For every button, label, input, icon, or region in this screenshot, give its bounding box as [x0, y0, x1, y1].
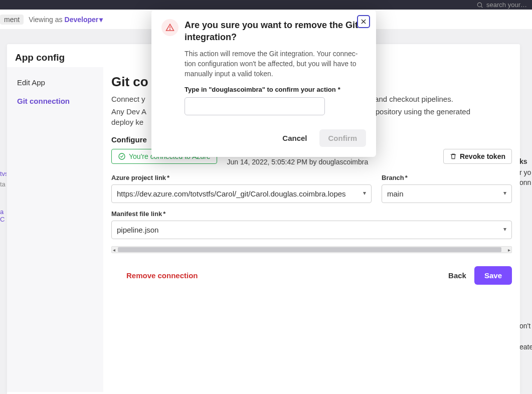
app-topbar: search your… [0, 0, 532, 10]
modal-confirm-label: Type in "douglascoimbra" to confirm your… [185, 86, 366, 93]
trash-icon [450, 153, 457, 160]
panel-sidenav: Edit App Git connection [7, 67, 103, 392]
scrollbar-thumb[interactable] [118, 247, 501, 252]
manifest-link-select[interactable]: pipeline.json [111, 221, 512, 239]
confirm-remove-modal: Are you sure you want to remove the Git … [151, 10, 376, 157]
viewing-as-label: Viewing as [29, 16, 62, 24]
modal-confirm-input[interactable] [185, 97, 325, 115]
chevron-down-icon: ▾ [99, 16, 103, 24]
modal-confirm-button[interactable]: Confirm [319, 129, 367, 147]
revoke-token-button[interactable]: Revoke token [443, 149, 512, 164]
back-button[interactable]: Back [440, 266, 474, 285]
role-dropdown[interactable]: Developer ▾ [65, 16, 103, 24]
scroll-right-icon[interactable]: ▸ [508, 247, 510, 254]
save-button[interactable]: Save [474, 266, 512, 285]
search-placeholder: search your… [486, 1, 527, 9]
remove-connection-link[interactable]: Remove connection [126, 271, 198, 280]
svg-point-6 [170, 29, 170, 30]
global-search[interactable]: search your… [476, 1, 527, 9]
warning-icon [161, 19, 179, 36]
close-icon [360, 18, 367, 25]
scroll-left-icon[interactable]: ◂ [113, 247, 115, 254]
svg-line-1 [481, 6, 483, 8]
azure-link-label: Azure project link* [111, 174, 372, 181]
branch-select[interactable]: main [382, 184, 512, 203]
left-cutoff-text: tvs ta a C [0, 30, 7, 394]
modal-cancel-button[interactable]: Cancel [275, 129, 314, 147]
azure-link-select[interactable]: https://dev.azure.com/totvstfs/Carol/_gi… [111, 184, 372, 203]
search-icon [476, 2, 483, 9]
modal-close-button[interactable] [357, 15, 370, 28]
manifest-link-label: Manifest file link* [111, 210, 512, 218]
modal-title: Are you sure you want to remove the Git … [185, 19, 366, 44]
env-badge: ment [0, 15, 24, 25]
branch-label: Branch* [382, 174, 512, 181]
sidenav-edit-app[interactable]: Edit App [7, 73, 103, 92]
sidenav-git-connection[interactable]: Git connection [7, 92, 103, 110]
right-cutoff-text: ks r yo onn on't eate [519, 30, 532, 394]
modal-description: This action will remove the Git integrat… [185, 49, 366, 79]
svg-point-0 [477, 3, 481, 7]
auth-meta: Jun 14, 2022, 5:05:42 PM by douglascoimb… [227, 158, 369, 166]
horizontal-scrollbar[interactable]: ◂ ▸ [111, 246, 512, 253]
check-circle-icon [118, 152, 126, 160]
